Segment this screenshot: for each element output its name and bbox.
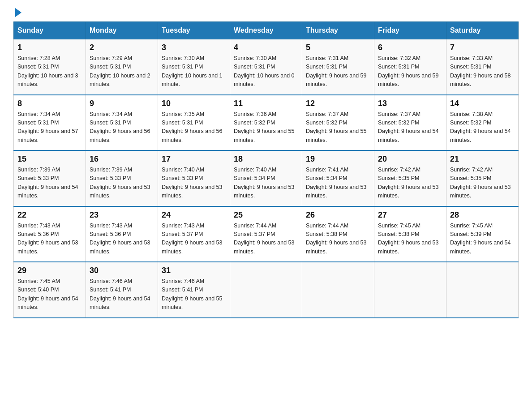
- weekday-header-wednesday: Wednesday: [230, 22, 302, 39]
- day-number: 28: [450, 210, 515, 220]
- calendar-cell: 8Sunrise: 7:34 AMSunset: 5:31 PMDaylight…: [14, 95, 86, 151]
- calendar-cell: 25Sunrise: 7:44 AMSunset: 5:37 PMDayligh…: [230, 206, 302, 262]
- day-info: Sunrise: 7:42 AMSunset: 5:35 PMDaylight:…: [450, 166, 515, 201]
- calendar-cell: 29Sunrise: 7:45 AMSunset: 5:40 PMDayligh…: [14, 262, 86, 318]
- day-number: 12: [306, 99, 370, 108]
- day-number: 7: [450, 43, 515, 52]
- day-number: 1: [17, 43, 82, 52]
- day-info: Sunrise: 7:40 AMSunset: 5:34 PMDaylight:…: [234, 166, 298, 201]
- day-number: 24: [162, 210, 226, 220]
- day-info: Sunrise: 7:39 AMSunset: 5:33 PMDaylight:…: [90, 166, 154, 201]
- day-number: 18: [234, 154, 298, 164]
- calendar-cell: 11Sunrise: 7:36 AMSunset: 5:32 PMDayligh…: [230, 95, 302, 151]
- day-number: 13: [378, 99, 442, 108]
- day-info: Sunrise: 7:43 AMSunset: 5:36 PMDaylight:…: [90, 222, 154, 257]
- calendar-cell: 23Sunrise: 7:43 AMSunset: 5:36 PMDayligh…: [86, 206, 158, 262]
- weekday-header-tuesday: Tuesday: [158, 22, 230, 39]
- day-info: Sunrise: 7:44 AMSunset: 5:38 PMDaylight:…: [306, 222, 370, 257]
- calendar-cell: 19Sunrise: 7:41 AMSunset: 5:34 PMDayligh…: [302, 150, 374, 206]
- day-info: Sunrise: 7:45 AMSunset: 5:38 PMDaylight:…: [378, 222, 442, 257]
- logo: [13, 9, 21, 17]
- day-info: Sunrise: 7:34 AMSunset: 5:31 PMDaylight:…: [90, 110, 154, 145]
- weekday-header-friday: Friday: [374, 22, 446, 39]
- calendar-cell: 2Sunrise: 7:29 AMSunset: 5:31 PMDaylight…: [86, 39, 158, 95]
- calendar-cell: 16Sunrise: 7:39 AMSunset: 5:33 PMDayligh…: [86, 150, 158, 206]
- week-row-5: 29Sunrise: 7:45 AMSunset: 5:40 PMDayligh…: [14, 262, 519, 318]
- day-number: 11: [234, 99, 298, 108]
- logo-triangle-icon: [15, 8, 21, 17]
- day-number: 16: [90, 154, 154, 164]
- calendar-cell: 9Sunrise: 7:34 AMSunset: 5:31 PMDaylight…: [86, 95, 158, 151]
- calendar-cell: 30Sunrise: 7:46 AMSunset: 5:41 PMDayligh…: [86, 262, 158, 318]
- calendar-cell: 6Sunrise: 7:32 AMSunset: 5:31 PMDaylight…: [374, 39, 446, 95]
- day-number: 14: [450, 99, 515, 108]
- weekday-header-row: SundayMondayTuesdayWednesdayThursdayFrid…: [14, 22, 519, 39]
- calendar-cell: 27Sunrise: 7:45 AMSunset: 5:38 PMDayligh…: [374, 206, 446, 262]
- day-info: Sunrise: 7:44 AMSunset: 5:37 PMDaylight:…: [234, 222, 298, 257]
- day-info: Sunrise: 7:36 AMSunset: 5:32 PMDaylight:…: [234, 110, 298, 145]
- calendar-cell: 28Sunrise: 7:45 AMSunset: 5:39 PMDayligh…: [446, 206, 519, 262]
- day-number: 2: [90, 43, 154, 52]
- day-info: Sunrise: 7:30 AMSunset: 5:31 PMDaylight:…: [234, 54, 298, 89]
- day-number: 26: [306, 210, 370, 220]
- week-row-3: 15Sunrise: 7:39 AMSunset: 5:33 PMDayligh…: [14, 150, 519, 206]
- day-number: 19: [306, 154, 370, 164]
- day-number: 9: [90, 99, 154, 108]
- calendar-cell: 12Sunrise: 7:37 AMSunset: 5:32 PMDayligh…: [302, 95, 374, 151]
- calendar-cell: 17Sunrise: 7:40 AMSunset: 5:33 PMDayligh…: [158, 150, 230, 206]
- day-number: 5: [306, 43, 370, 52]
- day-number: 15: [17, 154, 82, 164]
- day-number: 10: [162, 99, 226, 108]
- day-info: Sunrise: 7:32 AMSunset: 5:31 PMDaylight:…: [378, 54, 442, 89]
- weekday-header-thursday: Thursday: [302, 22, 374, 39]
- week-row-1: 1Sunrise: 7:28 AMSunset: 5:31 PMDaylight…: [14, 39, 519, 95]
- day-number: 8: [17, 99, 82, 108]
- weekday-header-saturday: Saturday: [446, 22, 519, 39]
- day-info: Sunrise: 7:31 AMSunset: 5:31 PMDaylight:…: [306, 54, 370, 89]
- day-number: 4: [234, 43, 298, 52]
- calendar-cell: 24Sunrise: 7:43 AMSunset: 5:37 PMDayligh…: [158, 206, 230, 262]
- day-info: Sunrise: 7:35 AMSunset: 5:31 PMDaylight:…: [162, 110, 226, 145]
- calendar-cell: 7Sunrise: 7:33 AMSunset: 5:31 PMDaylight…: [446, 39, 519, 95]
- day-number: 29: [17, 266, 82, 275]
- day-number: 21: [450, 154, 515, 164]
- day-info: Sunrise: 7:45 AMSunset: 5:39 PMDaylight:…: [450, 222, 515, 257]
- calendar-cell: 15Sunrise: 7:39 AMSunset: 5:33 PMDayligh…: [14, 150, 86, 206]
- day-info: Sunrise: 7:43 AMSunset: 5:37 PMDaylight:…: [162, 222, 226, 257]
- calendar-cell: 22Sunrise: 7:43 AMSunset: 5:36 PMDayligh…: [14, 206, 86, 262]
- week-row-2: 8Sunrise: 7:34 AMSunset: 5:31 PMDaylight…: [14, 95, 519, 151]
- day-info: Sunrise: 7:43 AMSunset: 5:36 PMDaylight:…: [17, 222, 82, 257]
- day-number: 17: [162, 154, 226, 164]
- calendar-cell: [230, 262, 302, 318]
- week-row-4: 22Sunrise: 7:43 AMSunset: 5:36 PMDayligh…: [14, 206, 519, 262]
- calendar-cell: 18Sunrise: 7:40 AMSunset: 5:34 PMDayligh…: [230, 150, 302, 206]
- calendar-cell: 14Sunrise: 7:38 AMSunset: 5:32 PMDayligh…: [446, 95, 519, 151]
- calendar-cell: 21Sunrise: 7:42 AMSunset: 5:35 PMDayligh…: [446, 150, 519, 206]
- day-info: Sunrise: 7:37 AMSunset: 5:32 PMDaylight:…: [378, 110, 442, 145]
- day-info: Sunrise: 7:30 AMSunset: 5:31 PMDaylight:…: [162, 54, 226, 89]
- day-info: Sunrise: 7:38 AMSunset: 5:32 PMDaylight:…: [450, 110, 515, 145]
- day-info: Sunrise: 7:46 AMSunset: 5:41 PMDaylight:…: [90, 277, 154, 312]
- day-info: Sunrise: 7:39 AMSunset: 5:33 PMDaylight:…: [17, 166, 82, 201]
- calendar-cell: 1Sunrise: 7:28 AMSunset: 5:31 PMDaylight…: [14, 39, 86, 95]
- calendar-cell: 5Sunrise: 7:31 AMSunset: 5:31 PMDaylight…: [302, 39, 374, 95]
- day-info: Sunrise: 7:46 AMSunset: 5:41 PMDaylight:…: [162, 277, 226, 312]
- day-info: Sunrise: 7:41 AMSunset: 5:34 PMDaylight:…: [306, 166, 370, 201]
- day-number: 27: [378, 210, 442, 220]
- weekday-header-monday: Monday: [86, 22, 158, 39]
- day-info: Sunrise: 7:40 AMSunset: 5:33 PMDaylight:…: [162, 166, 226, 201]
- day-number: 20: [378, 154, 442, 164]
- day-info: Sunrise: 7:45 AMSunset: 5:40 PMDaylight:…: [17, 277, 82, 312]
- page-header: [13, 9, 519, 17]
- calendar-cell: 26Sunrise: 7:44 AMSunset: 5:38 PMDayligh…: [302, 206, 374, 262]
- day-number: 31: [162, 266, 226, 275]
- day-info: Sunrise: 7:29 AMSunset: 5:31 PMDaylight:…: [90, 54, 154, 89]
- calendar-cell: [446, 262, 519, 318]
- calendar-cell: 20Sunrise: 7:42 AMSunset: 5:35 PMDayligh…: [374, 150, 446, 206]
- day-info: Sunrise: 7:42 AMSunset: 5:35 PMDaylight:…: [378, 166, 442, 201]
- calendar-cell: 4Sunrise: 7:30 AMSunset: 5:31 PMDaylight…: [230, 39, 302, 95]
- day-number: 3: [162, 43, 226, 52]
- day-info: Sunrise: 7:34 AMSunset: 5:31 PMDaylight:…: [17, 110, 82, 145]
- calendar-cell: [374, 262, 446, 318]
- day-number: 23: [90, 210, 154, 220]
